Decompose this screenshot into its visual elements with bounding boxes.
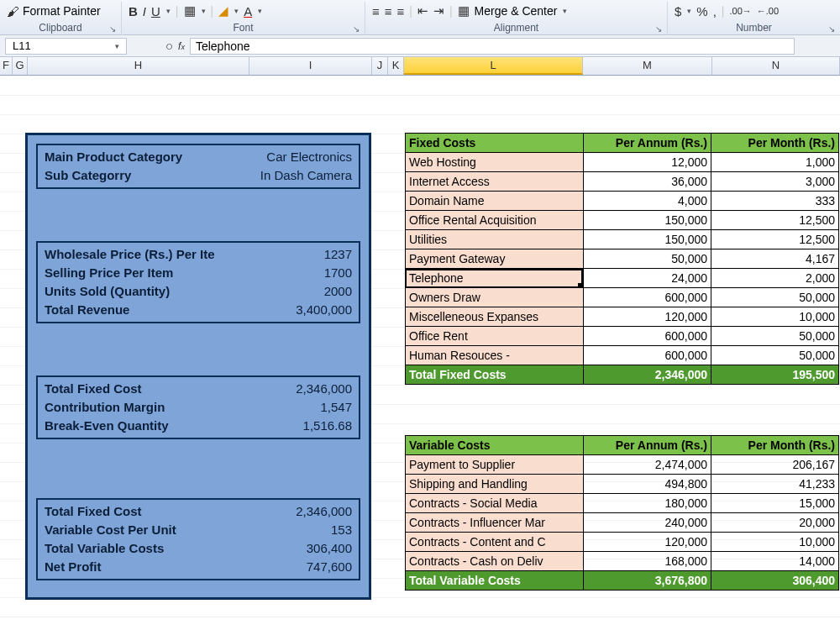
format-painter-button[interactable]: 🖌 Format Painter <box>7 4 101 18</box>
table-row[interactable]: Contracts - Content and C120,00010,000 <box>406 533 839 552</box>
column-header-H[interactable]: H <box>28 57 249 75</box>
column-headers[interactable]: FGHIJKLMN <box>0 57 840 76</box>
align-right-button[interactable]: ≡ <box>397 4 405 18</box>
column-header-K[interactable]: K <box>388 57 404 75</box>
summary-row[interactable]: Total Revenue3,400,000 <box>45 301 352 319</box>
alignment-dialog-launcher-icon[interactable]: ↘ <box>655 24 665 34</box>
fixed-costs-table[interactable]: Fixed CostsPer Annum (Rs.)Per Month (Rs.… <box>405 133 839 385</box>
clipboard-dialog-launcher-icon[interactable]: ↘ <box>109 24 119 34</box>
column-header-L[interactable]: L <box>404 57 583 75</box>
formula-bar-row: L11 ▾ ○ fx <box>0 35 840 57</box>
summary-row[interactable]: Wholesale Price (Rs.) Per Ite1237 <box>45 245 352 264</box>
align-center-button[interactable]: ≡ <box>385 4 392 18</box>
column-header-M[interactable]: M <box>583 57 712 75</box>
bold-button[interactable]: B <box>129 4 138 18</box>
insert-function-icon[interactable]: ○ <box>165 39 173 53</box>
column-header-J[interactable]: J <box>372 57 388 75</box>
table-row[interactable]: Utilities150,00012,500 <box>406 230 839 249</box>
summary-row[interactable]: Total Variable Costs306,400 <box>45 539 352 558</box>
number-dialog-launcher-icon[interactable]: ↘ <box>828 24 838 34</box>
column-header-G[interactable]: G <box>13 57 28 75</box>
table-row[interactable]: Contracts - Cash on Deliv168,00014,000 <box>406 552 839 571</box>
italic-button[interactable]: I <box>143 4 146 18</box>
summary-panel: Main Product CategoryCar ElectronicsSub … <box>25 133 371 600</box>
merge-center-icon: ▦ <box>458 3 470 18</box>
name-box-value: L11 <box>13 39 31 52</box>
table-row[interactable]: Office Rent600,00050,000 <box>406 327 839 346</box>
fill-handle[interactable] <box>578 283 583 288</box>
table-row[interactable]: Contracts - Influencer Mar240,00020,000 <box>406 513 839 533</box>
table-row[interactable]: Shipping and Handling494,80041,233 <box>406 475 839 494</box>
variable-costs-table[interactable]: Variable CostsPer Annum (Rs.)Per Month (… <box>405 435 839 591</box>
breakeven-box: Total Fixed Cost2,346,000Contribution Ma… <box>36 375 360 439</box>
table-row[interactable]: Payment Gateway50,0004,167 <box>406 249 839 269</box>
netprofit-box: Total Fixed Cost2,346,000Variable Cost P… <box>36 498 360 580</box>
font-dialog-launcher-icon[interactable]: ↘ <box>353 24 363 34</box>
font-group-label: Font <box>122 22 365 35</box>
column-header-F[interactable]: F <box>0 57 13 75</box>
borders-button[interactable]: ▦ <box>184 3 196 18</box>
comma-format-button[interactable]: , <box>713 4 717 18</box>
alignment-group-label: Alignment <box>365 22 667 35</box>
table-row[interactable]: Owners Draw600,00050,000 <box>406 288 839 307</box>
decrease-indent-button[interactable]: ⇤ <box>417 3 428 18</box>
summary-row[interactable]: Variable Cost Per Unit153 <box>45 521 352 539</box>
table-row[interactable]: Contracts - Social Media180,00015,000 <box>406 494 839 513</box>
ribbon: 🖌 Format Painter Clipboard ↘ B I U▾ | ▦▾… <box>0 0 840 35</box>
cost-tables: Fixed CostsPer Annum (Rs.)Per Month (Rs.… <box>405 133 838 591</box>
table-row[interactable]: Miscelleneous Expanses120,00010,000 <box>406 307 839 327</box>
increase-decimal-button[interactable]: .00→ <box>730 6 752 16</box>
fx-label: fx <box>178 40 185 52</box>
category-box: Main Product CategoryCar ElectronicsSub … <box>36 144 360 189</box>
fill-color-button[interactable]: ◢ <box>218 3 228 18</box>
percent-format-button[interactable]: % <box>696 4 707 18</box>
increase-indent-button[interactable]: ⇥ <box>433 3 444 18</box>
table-row[interactable]: Telephone24,0002,000 <box>406 269 839 288</box>
table-row[interactable]: Domain Name4,000333 <box>406 192 839 211</box>
merge-center-button[interactable]: Merge & Center <box>475 4 558 18</box>
formula-bar-input[interactable] <box>190 38 795 55</box>
summary-row[interactable]: Total Fixed Cost2,346,000 <box>45 502 352 521</box>
table-row[interactable]: Web Hosting12,0001,000 <box>406 153 839 172</box>
currency-format-button[interactable]: $ <box>675 4 681 18</box>
summary-row[interactable]: Net Profit747,600 <box>45 558 352 576</box>
chevron-down-icon[interactable]: ▾ <box>115 42 119 50</box>
format-painter-label: Format Painter <box>23 4 101 18</box>
summary-row[interactable]: Main Product CategoryCar Electronics <box>45 148 352 166</box>
summary-row[interactable]: Units Sold (Quantity)2000 <box>45 282 352 301</box>
name-box[interactable]: L11 ▾ <box>5 38 127 55</box>
underline-button[interactable]: U <box>151 4 160 18</box>
summary-row[interactable]: Total Fixed Cost2,346,000 <box>45 380 352 398</box>
summary-row[interactable]: Sub CategorryIn Dash Camera <box>45 166 352 185</box>
column-header-N[interactable]: N <box>712 57 840 75</box>
table-row[interactable]: Internet Access36,0003,000 <box>406 172 839 192</box>
summary-row[interactable]: Selling Price Per Item1700 <box>45 264 352 282</box>
table-row[interactable]: Office Rental Acquisition150,00012,500 <box>406 211 839 230</box>
table-row[interactable]: Human Resouces - 600,00050,000 <box>406 346 839 365</box>
clipboard-group-label: Clipboard <box>0 22 121 35</box>
paintbrush-icon: 🖌 <box>7 4 19 18</box>
number-group-label: Number <box>668 22 840 35</box>
worksheet-grid[interactable]: Main Product CategoryCar ElectronicsSub … <box>0 76 840 630</box>
table-total-row: Total Variable Costs3,676,800306,400 <box>406 571 839 591</box>
decrease-decimal-button[interactable]: ←.00 <box>757 6 779 16</box>
align-left-button[interactable]: ≡ <box>372 4 380 18</box>
table-row[interactable]: Payment to Supplier2,474,000206,167 <box>406 455 839 475</box>
table-total-row: Total Fixed Costs2,346,000195,500 <box>406 365 839 385</box>
summary-row[interactable]: Break-Even Quantity1,516.68 <box>45 417 352 435</box>
summary-row[interactable]: Contribution Margin1,547 <box>45 398 352 417</box>
font-color-button[interactable]: A <box>244 4 252 18</box>
revenue-box: Wholesale Price (Rs.) Per Ite1237Selling… <box>36 241 360 323</box>
column-header-I[interactable]: I <box>249 57 372 75</box>
